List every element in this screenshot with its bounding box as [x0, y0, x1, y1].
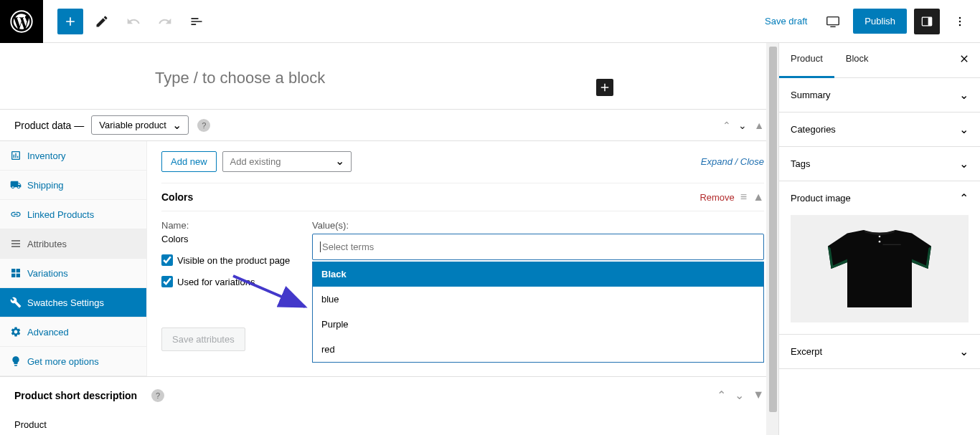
- save-attributes-button[interactable]: Save attributes: [161, 328, 245, 351]
- panel-summary-header[interactable]: Summary⌄: [779, 78, 980, 112]
- panel-collapse-icon[interactable]: ▲: [754, 120, 764, 131]
- remove-attribute-link[interactable]: Remove: [699, 192, 734, 203]
- plus-icon: [598, 81, 611, 94]
- editor-scrollbar[interactable]: [766, 43, 778, 435]
- list-icon: [189, 14, 204, 29]
- panel-categories: Categories⌄: [779, 113, 980, 147]
- expand-close-link[interactable]: Expand / Close: [701, 156, 764, 167]
- attribute-right-column: Value(s): Select terms Black blue Purple…: [312, 220, 764, 297]
- inventory-icon: [10, 150, 22, 161]
- block-placeholder[interactable]: Type / to choose a block: [0, 43, 778, 109]
- panel-excerpt: Excerpt⌄: [779, 335, 980, 369]
- edit-mode-button[interactable]: [89, 9, 115, 34]
- tab-advanced[interactable]: Advanced: [0, 317, 146, 347]
- chevron-down-icon: ⌄: [959, 123, 969, 136]
- variations-checkbox[interactable]: [161, 276, 173, 287]
- redo-icon: [158, 14, 172, 29]
- chevron-down-icon: ⌄: [959, 345, 969, 358]
- product-image-thumbnail[interactable]: [791, 215, 969, 322]
- tab-inventory[interactable]: Inventory: [0, 141, 146, 171]
- sidebar-icon: [920, 14, 934, 29]
- wordpress-logo[interactable]: [0, 0, 43, 43]
- editor-column: Type / to choose a block Product data — …: [0, 43, 778, 435]
- panel-down-icon[interactable]: ⌄: [735, 388, 744, 402]
- panel-up-icon[interactable]: ⌃: [722, 120, 731, 131]
- dropdown-option-purple[interactable]: Purple: [313, 312, 763, 337]
- attribute-controls: Add new Add existing Expand / Close: [161, 151, 764, 172]
- chevron-down-icon: ⌄: [959, 88, 969, 102]
- gear-icon: [10, 326, 22, 338]
- settings-sidebar: Product Block Summary⌄ Categories⌄ Tags⌄…: [778, 43, 980, 435]
- wrench-icon: [10, 297, 22, 308]
- svg-rect-3: [928, 17, 932, 26]
- tab-get-more-options[interactable]: Get more options: [0, 347, 146, 376]
- short-description-panel: Product short description ? ⌃ ⌄ ▼: [0, 376, 778, 414]
- tab-linked-products[interactable]: Linked Products: [0, 200, 146, 229]
- product-type-select[interactable]: Variable product: [91, 115, 189, 135]
- product-data-panel: Inventory Shipping Linked Products Attri…: [0, 141, 778, 376]
- add-block-button[interactable]: [57, 9, 83, 34]
- product-data-label: Product data —: [14, 120, 84, 131]
- values-label: Value(s):: [312, 220, 764, 231]
- preview-button[interactable]: [820, 9, 846, 34]
- redo-button[interactable]: [152, 9, 178, 34]
- top-toolbar: Save draft Publish: [0, 0, 980, 43]
- chevron-up-icon: ⌃: [959, 191, 969, 205]
- sidebar-tab-block[interactable]: Block: [834, 43, 880, 77]
- settings-toggle-button[interactable]: [914, 9, 940, 34]
- svg-point-4: [959, 16, 961, 19]
- attribute-body: Name: Colors Visible on the product page…: [161, 211, 764, 306]
- undo-button[interactable]: [121, 9, 146, 34]
- dropdown-option-black[interactable]: Black: [313, 262, 763, 287]
- short-description-controls: ⌃ ⌄ ▼: [717, 388, 764, 402]
- help-icon[interactable]: ?: [151, 389, 164, 402]
- product-data-tabs: Inventory Shipping Linked Products Attri…: [0, 141, 147, 376]
- tab-variations[interactable]: Variations: [0, 259, 146, 288]
- drag-handle-icon[interactable]: ≡: [740, 191, 747, 204]
- tab-swatches-settings[interactable]: Swatches Settings: [0, 288, 146, 317]
- grid-icon: [10, 267, 22, 279]
- panel-product-image-header[interactable]: Product image⌃: [779, 181, 980, 215]
- sidebar-tab-product[interactable]: Product: [779, 43, 834, 78]
- panel-categories-header[interactable]: Categories⌄: [779, 113, 980, 146]
- values-select-input[interactable]: Select terms: [312, 234, 764, 260]
- panel-tags-header[interactable]: Tags⌄: [779, 147, 980, 181]
- tshirt-graphic: [815, 222, 944, 315]
- panel-controls: ⌃ ⌄ ▲: [722, 120, 764, 131]
- svg-rect-11: [883, 244, 901, 245]
- panel-down-icon[interactable]: ⌄: [738, 120, 747, 131]
- panel-excerpt-header[interactable]: Excerpt⌄: [779, 335, 980, 368]
- dropdown-option-blue[interactable]: blue: [313, 287, 763, 312]
- panel-up-icon[interactable]: ⌃: [717, 388, 726, 402]
- variations-checkbox-label[interactable]: Used for variations: [161, 276, 298, 287]
- more-options-button[interactable]: [947, 9, 973, 34]
- dropdown-option-red[interactable]: red: [313, 337, 763, 362]
- visible-checkbox-label[interactable]: Visible on the product page: [161, 254, 298, 266]
- product-data-bar: Product data — Variable product ? ⌃ ⌄ ▲: [0, 109, 778, 141]
- panel-summary: Summary⌄: [779, 78, 980, 113]
- toolbar-right: Save draft Publish: [759, 9, 980, 34]
- plus-icon: [63, 14, 77, 29]
- tab-shipping[interactable]: Shipping: [0, 171, 146, 200]
- chevron-down-icon: ⌄: [959, 157, 969, 171]
- collapse-attribute-icon[interactable]: ▲: [753, 191, 764, 204]
- toolbar-left: [43, 9, 209, 34]
- tab-attributes[interactable]: Attributes: [0, 229, 146, 259]
- save-draft-button[interactable]: Save draft: [759, 10, 813, 32]
- document-outline-button[interactable]: [184, 9, 209, 34]
- attribute-header: Colors Remove ≡ ▲: [161, 183, 764, 211]
- visible-checkbox[interactable]: [161, 254, 173, 266]
- panel-collapse-icon[interactable]: ▼: [753, 388, 764, 402]
- product-footer-label: Product: [0, 414, 778, 435]
- publish-button[interactable]: Publish: [853, 9, 907, 34]
- add-new-attribute-button[interactable]: Add new: [161, 151, 217, 172]
- product-image-box[interactable]: [779, 215, 980, 334]
- help-icon[interactable]: ?: [197, 119, 210, 132]
- add-existing-select[interactable]: Add existing: [222, 151, 352, 172]
- close-icon: [958, 53, 970, 64]
- svg-point-6: [959, 24, 961, 26]
- kebab-icon: [953, 14, 967, 29]
- desktop-icon: [825, 14, 841, 29]
- add-block-inline-button[interactable]: [596, 79, 613, 96]
- sidebar-close-button[interactable]: [948, 43, 980, 77]
